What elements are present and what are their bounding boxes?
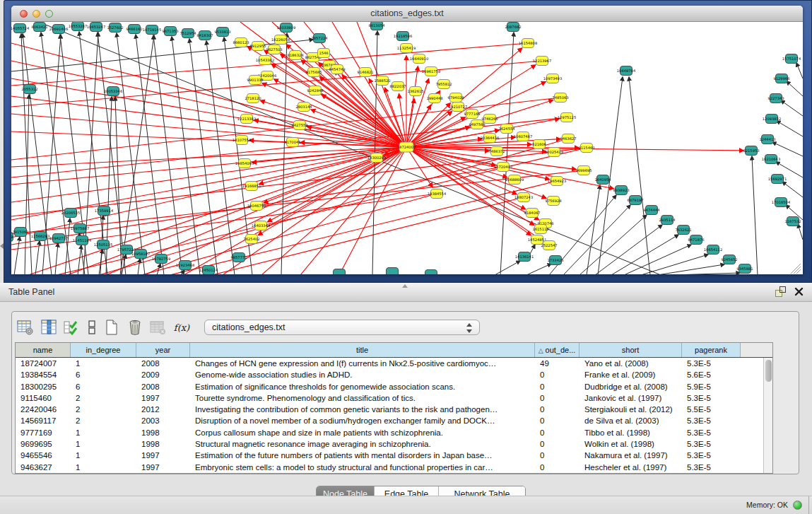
cell-indegree[interactable]: 6 (71, 369, 136, 380)
table-row[interactable]: 977716911998Corpus callosum shape and si… (16, 427, 763, 438)
float-panel-icon[interactable] (775, 286, 786, 297)
graph-node[interactable]: 9175685 (305, 68, 322, 77)
cell-short[interactable]: Hescheler et al. (1997) (579, 462, 682, 473)
cell-title[interactable]: Embryonic stem cells: a model to study s… (190, 462, 535, 473)
graph-node[interactable]: 8063421 (31, 23, 47, 32)
cell-title[interactable]: Structural magnetic resonance image aver… (190, 438, 535, 450)
memory-status-icon[interactable] (793, 501, 802, 510)
graph-node[interactable]: 9533813 (214, 28, 230, 37)
graph-node[interactable]: 19854093 (235, 159, 254, 168)
cell-title[interactable]: Investigating the contribution of common… (190, 404, 535, 415)
graph-node[interactable]: 8938923 (613, 186, 629, 195)
graph-node[interactable]: 18107554 (233, 136, 252, 145)
graph-node[interactable]: 9227343 (767, 94, 784, 103)
column-header-year[interactable]: year (136, 343, 190, 357)
graph-node[interactable]: 19654923 (548, 177, 566, 186)
table-row[interactable]: 1938455462009Genome-wide association stu… (16, 369, 763, 380)
splitter-collapse-icon[interactable] (0, 243, 4, 249)
scrollbar-thumb[interactable] (765, 360, 772, 382)
cell-title[interactable]: Estimation of the future numbers of pati… (190, 450, 535, 461)
splitter-grip-icon[interactable] (402, 284, 408, 288)
cell-indegree[interactable]: 1 (71, 450, 136, 461)
graph-node[interactable]: 6879197 (627, 196, 643, 205)
graph-node[interactable]: 7512954 (180, 29, 196, 38)
graph-node[interactable]: 10607487 (514, 132, 532, 141)
graph-node[interactable]: 1546 (318, 49, 330, 58)
graph-node[interactable]: 9170045 (284, 138, 300, 147)
cell-outde[interactable]: 0 (535, 404, 579, 415)
citation-graph[interactable]: 1872400714055724806342120691406105532871… (11, 22, 803, 274)
table-row[interactable]: 946554611997Estimation of the future num… (16, 450, 763, 461)
graph-node[interactable]: 1167532 (784, 217, 801, 226)
column-header-pagerank[interactable]: pagerank (682, 343, 741, 357)
cell-short[interactable]: Jankovic et al. (1997) (579, 392, 682, 404)
graph-node[interactable]: 7955812 (435, 80, 452, 89)
graph-node[interactable]: 20053346 (104, 87, 122, 96)
cell-outde[interactable]: 0 (535, 381, 579, 392)
graph-node[interactable]: 7625402 (243, 235, 259, 244)
graph-node[interactable]: 16154808 (519, 39, 537, 48)
graph-node[interactable]: 19218596 (394, 32, 412, 41)
cell-name[interactable]: 14569117 (16, 415, 71, 426)
graph-node[interactable]: 14055724 (11, 24, 30, 33)
cell-outde[interactable]: 0 (535, 427, 579, 438)
table-row[interactable]: 2242004622012Investigating the contribut… (16, 404, 763, 415)
cell-year[interactable]: 1997 (136, 392, 190, 404)
table-row[interactable]: 1830029562008Estimation of significance … (16, 381, 763, 392)
cell-pagerank[interactable]: 5.9E-5 (682, 381, 741, 392)
graph-node[interactable]: 9827503 (266, 45, 282, 54)
cell-outde[interactable]: 0 (535, 415, 579, 426)
graph-node[interactable]: 2718120 (245, 94, 261, 103)
graph-node[interactable]: 7857224 (311, 34, 328, 43)
graph-node[interactable]: 10653247 (87, 23, 105, 32)
graph-node[interactable]: 10719145 (143, 25, 161, 35)
column-header-short[interactable]: short (579, 343, 682, 357)
graph-node[interactable]: 7486372 (488, 147, 505, 156)
graph-node[interactable] (387, 268, 399, 275)
graph-node[interactable] (425, 270, 437, 275)
cell-pagerank[interactable]: 5.3E-5 (682, 392, 741, 404)
graph-node[interactable]: 10654112 (704, 245, 722, 255)
delete-table-icon[interactable] (149, 318, 167, 337)
graph-node[interactable]: 19046750 (247, 201, 266, 211)
graph-node[interactable]: 9901338 (247, 76, 263, 85)
graph-node[interactable]: 1588520 (374, 76, 390, 86)
graph-node[interactable]: 8912955 (249, 42, 266, 51)
graph-node[interactable]: 9245652 (721, 255, 737, 264)
cell-pagerank[interactable]: 5.3E-5 (682, 358, 741, 369)
graph-node[interactable]: 8418307 (196, 31, 213, 40)
column-header-title[interactable]: title (190, 343, 535, 357)
graph-node[interactable]: 10553287 (69, 22, 87, 31)
graph-node[interactable]: 2935114 (659, 216, 676, 225)
graph-node[interactable] (334, 269, 346, 275)
cell-outde[interactable]: 0 (535, 450, 579, 461)
graph-node[interactable]: 15692971 (768, 175, 787, 184)
graph-node[interactable]: 3624554 (498, 124, 515, 134)
graph-node[interactable]: 11451194 (73, 236, 92, 245)
cell-short[interactable]: Yano et al. (2008) (579, 358, 682, 369)
graph-node[interactable]: 20364436 (481, 134, 499, 143)
graph-node[interactable]: 9466160 (126, 25, 142, 34)
table-row[interactable]: 1456911722003Disruption of a novel membe… (16, 415, 763, 426)
cell-title[interactable]: Changes of HCN gene expression and I(f) … (190, 358, 535, 369)
cell-indegree[interactable]: 6 (71, 381, 136, 392)
table-row[interactable]: 911546021997Tourette syndrome. Phenomeno… (16, 392, 763, 404)
cell-title[interactable]: Genome-wide association studies in ADHD. (190, 369, 535, 380)
graph-node[interactable]: 12942737 (49, 234, 68, 243)
cell-pagerank[interactable]: 5.3E-5 (682, 427, 741, 438)
row-validation-icon[interactable] (63, 318, 81, 337)
graph-node[interactable]: 9777169 (464, 110, 480, 119)
graph-node[interactable]: 11325419 (397, 44, 416, 53)
cell-year[interactable]: 1997 (136, 450, 190, 461)
cell-year[interactable]: 2003 (136, 415, 190, 426)
table-vertical-scrollbar[interactable] (763, 358, 772, 473)
cell-year[interactable]: 2012 (136, 404, 190, 415)
graph-node[interactable]: 20206535 (61, 209, 80, 218)
graph-node[interactable]: 7485063 (552, 93, 568, 103)
graph-node[interactable]: 1640954 (594, 175, 611, 185)
cell-indegree[interactable]: 1 (71, 358, 136, 369)
graph-node[interactable]: 9857771 (230, 253, 247, 262)
graph-node[interactable]: 2522547 (541, 241, 557, 250)
graph-node[interactable]: 11923468 (176, 261, 194, 270)
graph-node[interactable]: 9129966 (773, 74, 789, 83)
